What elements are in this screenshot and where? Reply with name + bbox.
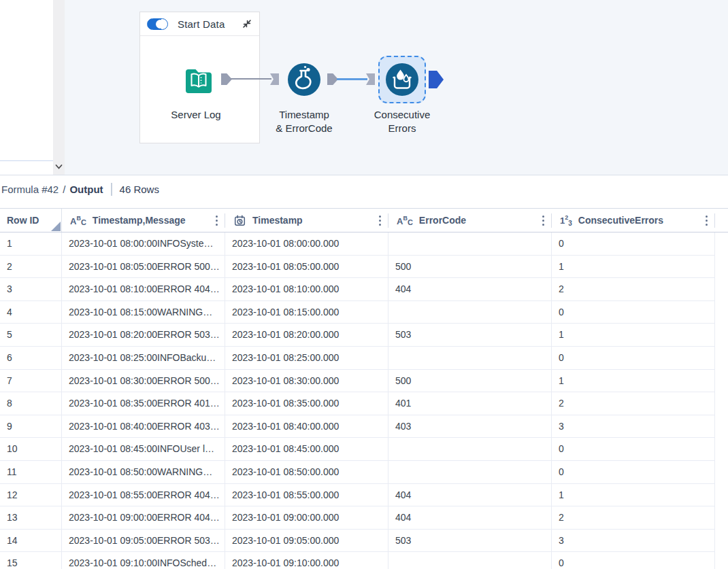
table-cell[interactable]: 2023-10-01 08:25:00.000: [225, 347, 388, 370]
table-cell[interactable]: 1: [552, 484, 715, 507]
table-cell[interactable]: 8: [0, 392, 62, 415]
table-cell[interactable]: 2023-10-01 08:05:00.000: [225, 256, 388, 279]
table-cell[interactable]: 2023-10-01 08:00:00.000: [225, 232, 388, 256]
server-log-node[interactable]: [182, 63, 215, 96]
consecutive-errors-node[interactable]: [386, 63, 418, 96]
table-row[interactable]: 12023-10-01 08:00:00INFOSyste…2023-10-01…: [0, 232, 728, 256]
table-cell[interactable]: 2023-10-01 08:10:00ERROR 404…: [62, 278, 225, 301]
table-cell[interactable]: 2023-10-01 08:50:00WARNING…: [62, 461, 225, 484]
table-cell[interactable]: 403: [388, 415, 552, 438]
table-row[interactable]: 152023-10-01 09:10:00INFOSched…2023-10-0…: [0, 552, 728, 569]
column-header-timestamp-message[interactable]: ABC Timestamp,Message: [62, 209, 225, 232]
table-cell[interactable]: 14: [0, 530, 62, 553]
table-cell[interactable]: 2023-10-01 08:45:00INFOUser l…: [62, 438, 225, 461]
table-cell[interactable]: [388, 552, 552, 569]
table-row[interactable]: 22023-10-01 08:05:00ERROR 500…2023-10-01…: [0, 256, 728, 279]
table-cell[interactable]: 2023-10-01 09:05:00.000: [225, 530, 388, 553]
table-cell[interactable]: 3: [552, 415, 715, 438]
timestamp-errorcode-node[interactable]: [288, 63, 320, 96]
table-cell[interactable]: 503: [388, 530, 552, 553]
column-menu-icon[interactable]: [216, 215, 218, 226]
table-cell[interactable]: 2023-10-01 08:55:00ERROR 404…: [62, 484, 225, 507]
table-cell[interactable]: 2023-10-01 08:00:00INFOSyste…: [62, 232, 225, 256]
table-cell[interactable]: 2023-10-01 09:05:00ERROR 503…: [62, 530, 225, 553]
table-cell[interactable]: 4: [0, 301, 62, 324]
table-cell[interactable]: 2023-10-01 08:30:00ERROR 500…: [62, 370, 225, 393]
table-row[interactable]: 122023-10-01 08:55:00ERROR 404…2023-10-0…: [0, 484, 728, 507]
table-cell[interactable]: 2023-10-01 08:35:00.000: [225, 392, 388, 415]
table-cell[interactable]: 2023-10-01 08:45:00.000: [225, 438, 388, 461]
table-cell[interactable]: [388, 461, 552, 484]
table-cell[interactable]: 2023-10-01 08:35:00ERROR 401…: [62, 392, 225, 415]
table-row[interactable]: 52023-10-01 08:20:00ERROR 503…2023-10-01…: [0, 324, 728, 347]
table-cell[interactable]: 1: [552, 370, 715, 393]
table-row[interactable]: 102023-10-01 08:45:00INFOUser l…2023-10-…: [0, 438, 728, 461]
table-cell[interactable]: 5: [0, 324, 62, 347]
table-cell[interactable]: [388, 232, 552, 256]
table-cell[interactable]: 15: [0, 552, 62, 569]
table-row[interactable]: 92023-10-01 08:40:00ERROR 403…2023-10-01…: [0, 415, 728, 438]
table-cell[interactable]: 6: [0, 347, 62, 370]
table-cell[interactable]: 1: [552, 324, 715, 347]
table-cell[interactable]: 500: [388, 370, 552, 393]
table-cell[interactable]: 2023-10-01 09:10:00INFOSched…: [62, 552, 225, 569]
table-cell[interactable]: 2023-10-01 09:00:00ERROR 404…: [62, 506, 225, 530]
table-cell[interactable]: 3: [552, 530, 715, 553]
table-cell[interactable]: 2: [552, 506, 715, 530]
breadcrumb-step[interactable]: Formula #42: [1, 184, 59, 195]
column-header-timestamp[interactable]: Timestamp: [225, 209, 388, 232]
table-cell[interactable]: 2023-10-01 08:50:00.000: [225, 461, 388, 484]
table-row[interactable]: 72023-10-01 08:30:00ERROR 500…2023-10-01…: [0, 370, 728, 393]
table-cell[interactable]: 12: [0, 484, 62, 507]
table-cell[interactable]: [388, 347, 552, 370]
table-cell[interactable]: 404: [388, 484, 552, 507]
vertical-scrollbar[interactable]: [53, 0, 65, 175]
table-row[interactable]: 142023-10-01 09:05:00ERROR 503…2023-10-0…: [0, 530, 728, 553]
column-menu-icon[interactable]: [379, 215, 381, 226]
table-row[interactable]: 112023-10-01 08:50:00WARNING…2023-10-01 …: [0, 461, 728, 484]
column-header-consecutiveerrors[interactable]: 123 ConsecutiveErrors: [552, 209, 715, 232]
table-row[interactable]: 62023-10-01 08:25:00INFOBacku…2023-10-01…: [0, 347, 728, 370]
table-cell[interactable]: 0: [552, 232, 715, 256]
table-cell[interactable]: [388, 301, 552, 324]
table-cell[interactable]: [388, 438, 552, 461]
table-cell[interactable]: 2023-10-01 08:10:00.000: [225, 278, 388, 301]
table-cell[interactable]: 0: [552, 301, 715, 324]
collapse-group-icon[interactable]: [242, 18, 252, 29]
table-cell[interactable]: 2023-10-01 08:20:00.000: [225, 324, 388, 347]
table-cell[interactable]: 0: [552, 461, 715, 484]
table-cell[interactable]: 0: [552, 552, 715, 569]
table-cell[interactable]: 500: [388, 256, 552, 279]
table-cell[interactable]: 2023-10-01 08:25:00INFOBacku…: [62, 347, 225, 370]
table-row[interactable]: 32023-10-01 08:10:00ERROR 404…2023-10-01…: [0, 278, 728, 301]
table-row[interactable]: 42023-10-01 08:15:00WARNING…2023-10-01 0…: [0, 301, 728, 324]
breadcrumb-current-tab[interactable]: Output: [69, 184, 103, 195]
column-menu-icon[interactable]: [542, 215, 544, 226]
table-cell[interactable]: 2023-10-01 08:05:00ERROR 500…: [62, 256, 225, 279]
table-cell[interactable]: 2023-10-01 08:20:00ERROR 503…: [62, 324, 225, 347]
table-cell[interactable]: 9: [0, 415, 62, 438]
table-cell[interactable]: 2023-10-01 09:00:00.000: [225, 506, 388, 530]
table-cell[interactable]: 2023-10-01 09:10:00.000: [225, 552, 388, 569]
table-cell[interactable]: 13: [0, 506, 62, 530]
table-cell[interactable]: 2023-10-01 08:40:00.000: [225, 415, 388, 438]
start-data-toggle[interactable]: [147, 18, 168, 30]
column-header-rowid[interactable]: Row ID: [0, 209, 62, 232]
table-cell[interactable]: 404: [388, 278, 552, 301]
table-cell[interactable]: 10: [0, 438, 62, 461]
table-cell[interactable]: 0: [552, 347, 715, 370]
table-cell[interactable]: 1: [552, 256, 715, 279]
table-cell[interactable]: 2: [552, 392, 715, 415]
table-cell[interactable]: 2023-10-01 08:40:00ERROR 403…: [62, 415, 225, 438]
table-cell[interactable]: 401: [388, 392, 552, 415]
table-cell[interactable]: 404: [388, 506, 552, 530]
table-cell[interactable]: 2: [552, 278, 715, 301]
column-header-errorcode[interactable]: ABC ErrorCode: [388, 209, 552, 232]
table-cell[interactable]: 3: [0, 278, 62, 301]
table-cell[interactable]: 2023-10-01 08:15:00.000: [225, 301, 388, 324]
table-cell[interactable]: 0: [552, 438, 715, 461]
table-cell[interactable]: 2023-10-01 08:30:00.000: [225, 370, 388, 393]
table-cell[interactable]: 2: [0, 256, 62, 279]
table-cell[interactable]: 7: [0, 370, 62, 393]
table-row[interactable]: 132023-10-01 09:00:00ERROR 404…2023-10-0…: [0, 506, 728, 530]
